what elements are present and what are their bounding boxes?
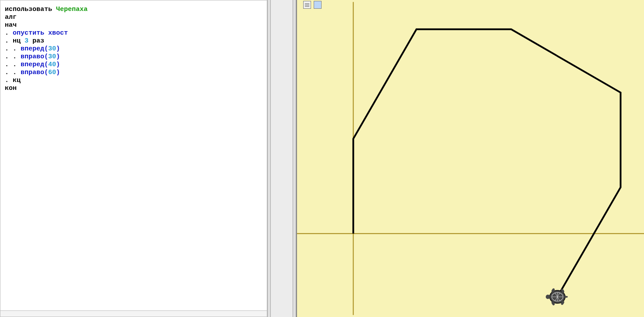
vertical-splitter-2[interactable]	[293, 0, 296, 317]
panel-gap	[271, 0, 293, 317]
turtle-canvas-panel	[296, 0, 644, 317]
svg-point-6	[546, 295, 550, 299]
code-editor[interactable]: использовать Черепахаалгнач. опустить хв…	[1, 3, 263, 317]
app-root: использовать Черепахаалгнач. опустить хв…	[0, 0, 644, 317]
code-text[interactable]: использовать Черепахаалгнач. опустить хв…	[1, 3, 263, 95]
turtle-canvas[interactable]	[297, 0, 644, 317]
code-editor-panel: использовать Черепахаалгнач. опустить хв…	[0, 0, 267, 317]
hamburger-icon	[305, 5, 309, 5]
turtle-icon	[546, 288, 568, 306]
canvas-menu-button[interactable]	[303, 1, 311, 9]
hamburger-icon	[305, 6, 309, 7]
canvas-toolbar	[303, 1, 322, 9]
vertical-splitter-1[interactable]	[267, 0, 271, 317]
turtle-path	[353, 29, 620, 297]
svg-point-11	[564, 296, 568, 298]
editor-bottom-gutter	[0, 310, 267, 317]
hamburger-icon	[305, 4, 309, 4]
canvas-view-button[interactable]	[314, 1, 322, 9]
